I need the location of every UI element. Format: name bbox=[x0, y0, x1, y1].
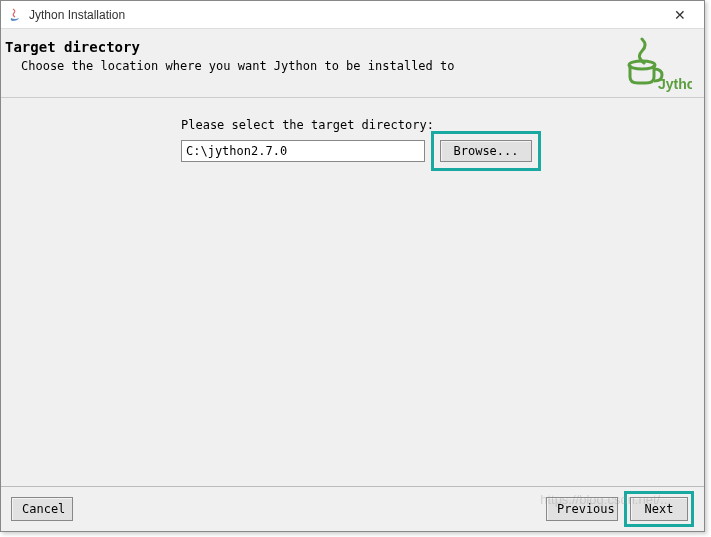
header-text: Target directory Choose the location whe… bbox=[5, 37, 614, 73]
main-content: Please select the target directory: Brow… bbox=[1, 98, 704, 486]
jython-logo: Jython bbox=[622, 37, 692, 93]
close-icon: ✕ bbox=[674, 7, 686, 23]
header: Target directory Choose the location whe… bbox=[1, 29, 704, 98]
cancel-button[interactable]: Cancel bbox=[11, 497, 73, 521]
browse-highlight: Browse... bbox=[431, 131, 541, 171]
footer: Cancel Previous Next bbox=[1, 486, 704, 531]
java-icon bbox=[7, 7, 23, 23]
previous-button[interactable]: Previous bbox=[546, 497, 618, 521]
page-title: Target directory bbox=[5, 39, 614, 55]
close-button[interactable]: ✕ bbox=[660, 2, 700, 28]
directory-prompt: Please select the target directory: bbox=[181, 118, 674, 132]
next-button[interactable]: Next bbox=[630, 497, 688, 521]
browse-button[interactable]: Browse... bbox=[440, 140, 532, 162]
next-highlight: Next bbox=[624, 491, 694, 527]
page-subtitle: Choose the location where you want Jytho… bbox=[5, 59, 614, 73]
logo-text: Jython bbox=[658, 76, 692, 92]
titlebar: Jython Installation ✕ bbox=[1, 1, 704, 29]
window-title: Jython Installation bbox=[29, 8, 660, 22]
svg-point-0 bbox=[629, 61, 655, 69]
directory-row: Browse... bbox=[181, 140, 674, 171]
target-directory-input[interactable] bbox=[181, 140, 425, 162]
installer-window: Jython Installation ✕ Target directory C… bbox=[0, 0, 705, 532]
